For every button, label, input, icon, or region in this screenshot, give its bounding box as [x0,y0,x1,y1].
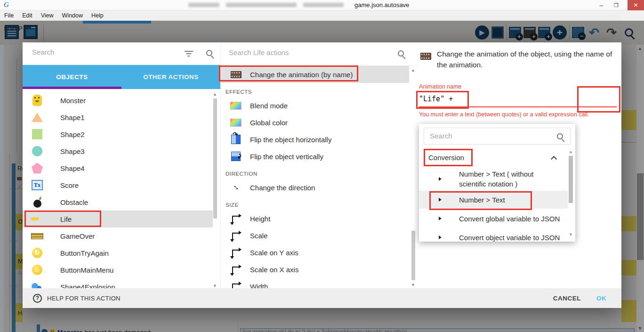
expression-dropdown: Conversion Number > Text ( without scien… [419,124,575,242]
menu-item-window[interactable]: Window [58,11,87,20]
object-search-input[interactable] [32,48,173,56]
object-item-monster[interactable]: Monster [23,92,213,109]
menu-item-help[interactable]: Help [87,11,108,20]
scroll-up-icon[interactable]: ▲ [411,68,415,73]
expression-item-convert-object-variable-to-json[interactable]: Convert object variable to JSON [419,228,568,242]
scrollbar-thumb[interactable] [411,231,415,280]
resize-icon [232,216,240,223]
object-item-buttonmainmenu[interactable]: ButtonMainMenu [23,261,213,278]
scroll-down-icon[interactable]: ▼ [213,283,217,288]
square-icon [32,129,42,139]
action-item-width[interactable]: Width [221,278,409,288]
action-item-global-color[interactable]: Global color [221,114,409,131]
expand-arrow-icon[interactable] [439,217,442,220]
expression-group-conversion[interactable]: Conversion [419,148,568,167]
menu-item-edit[interactable]: Edit [18,11,37,20]
object-item-gameover[interactable]: GameOver [23,227,213,244]
object-item-shape4[interactable]: Shape4 [23,160,213,177]
action-item-scale-on-x-axis[interactable]: Scale on X axis [221,261,409,278]
fliph-icon [231,135,241,144]
object-search-bar [23,42,220,65]
expand-arrow-icon[interactable] [439,177,442,181]
object-item-shape3[interactable]: Shape3 [23,143,213,160]
pentagon-icon [32,163,43,174]
object-list: Monster Shape1 Shape2 Shape3 Shape4 Scor… [23,92,213,288]
menu-bar: FileEditViewWindowHelp [0,10,644,21]
ok-button[interactable]: OK [596,295,606,302]
action-item-height[interactable]: Height [221,210,409,227]
rainbow-icon [230,102,242,110]
object-item-buttontryagain[interactable]: ButtonTryAgain [23,244,213,261]
retry-icon [32,248,42,258]
rainbow-icon [230,119,242,127]
action-list-scrollbar[interactable]: ▲ ▼ [411,66,416,288]
object-item-shape1[interactable]: Shape1 [23,109,213,126]
hearts-icon [31,216,43,222]
text-icon [32,180,43,190]
action-item-scale[interactable]: Scale [221,227,409,244]
arrowdiag-icon [228,180,243,194]
action-section-header: SIZE [221,196,409,210]
scroll-down-icon[interactable]: ▼ [411,283,415,287]
expression-item-number-text[interactable]: Number > Text [419,191,568,209]
expand-arrow-icon[interactable] [439,198,442,202]
action-search-bar [221,42,418,66]
scrollbar-thumb[interactable] [569,156,573,203]
expression-search-bar [424,128,571,145]
action-item-flip-the-object-vertically[interactable]: Flip the object vertically [221,148,409,165]
title-bar: G game.json.autosave – ❐ ✕ [0,0,644,10]
animation-name-input[interactable] [419,91,617,107]
expand-arrow-icon[interactable] [439,235,442,239]
window-title: game.json.autosave [354,1,409,8]
object-item-score[interactable]: Score [23,177,213,194]
action-item-flip-the-object-horizontally[interactable]: Flip the object horizontally [221,131,409,148]
object-tabs: OBJECTS OTHER ACTIONS [23,65,220,89]
object-item-shape4explosion[interactable]: Shape4Explosion [23,278,213,288]
action-item-scale-on-y-axis[interactable]: Scale on Y axis [221,244,409,261]
help-link[interactable]: HELP FOR THIS ACTION [47,295,121,302]
action-description: Change the animation of the object, usin… [437,49,621,70]
action-search-input[interactable] [229,49,384,57]
scroll-up-icon[interactable]: ▲ [213,92,217,97]
object-item-life[interactable]: Life [23,211,213,227]
scroll-down-icon[interactable]: ▼ [569,232,573,237]
monster-icon [32,95,42,106]
close-button[interactable]: ✕ [628,0,644,10]
tab-objects[interactable]: OBJECTS [23,65,121,89]
film-icon [231,71,242,78]
chevron-up-icon[interactable] [551,156,557,162]
scrollbar-thumb[interactable] [213,98,217,219]
dialog-footer: ? HELP FOR THIS ACTION CANCEL OK [23,288,621,308]
expression-list: Number > Text ( without scientific notat… [419,167,568,242]
action-chooser-panel: Change the animation (by name) EFFECTS B… [220,42,417,288]
filter-icon[interactable] [185,51,193,57]
expression-list-scrollbar[interactable]: ▲ ▼ [568,148,573,238]
help-icon[interactable]: ? [33,294,42,303]
action-section-header: EFFECTS [221,83,409,97]
object-list-scrollbar[interactable]: ▲ ▼ [213,92,217,288]
restore-button[interactable]: ❐ [609,0,623,10]
cancel-button[interactable]: CANCEL [553,295,581,302]
gdevelop-logo-icon: G [4,1,9,9]
resize-icon [232,283,240,288]
minimize-button[interactable]: – [594,0,608,10]
object-item-shape2[interactable]: Shape2 [23,126,213,143]
expression-search-input[interactable] [430,132,543,140]
home-icon [32,265,42,275]
search-icon [557,133,563,139]
search-icon [206,50,212,56]
action-item-change-the-direction[interactable]: Change the direction [221,179,409,196]
explosion-icon [32,283,43,288]
expression-item-number-text-without-scientific-notation[interactable]: Number > Text ( without scientific notat… [419,167,568,191]
resize-icon [232,233,240,240]
object-item-obstacle[interactable]: Obstacle [23,194,213,211]
menu-item-file[interactable]: File [0,11,18,20]
action-item-change-the-animation-by-name-[interactable]: Change the animation (by name) [221,66,409,83]
tab-other-actions[interactable]: OTHER ACTIONS [121,65,220,89]
film-icon [420,53,431,60]
scroll-up-icon[interactable]: ▲ [569,149,573,154]
blurred-title-path [188,3,344,7]
action-item-blend-mode[interactable]: Blend mode [221,97,409,114]
menu-item-view[interactable]: View [37,11,58,20]
expression-item-convert-global-variable-to-json[interactable]: Convert global variable to JSON [419,209,568,228]
